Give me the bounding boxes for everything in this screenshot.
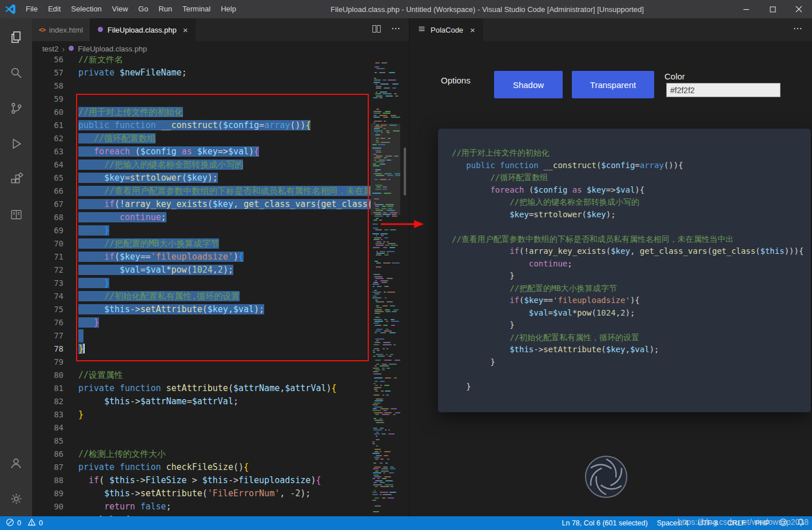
code-line[interactable]: 69 }	[32, 224, 371, 237]
code-line[interactable]: 62 //循环配置数组	[32, 132, 371, 145]
cursor-position[interactable]: Ln 78, Col 6 (601 selected)	[562, 519, 648, 527]
more-actions-icon[interactable]	[391, 23, 401, 36]
code-line[interactable]: 86//检测上传的文件大小	[32, 448, 371, 461]
search-icon[interactable]	[0, 55, 32, 90]
minimize-button[interactable]	[733, 0, 759, 18]
minimap-line	[380, 459, 384, 460]
polacode-shutter-button[interactable]	[584, 455, 628, 501]
minimap-line	[391, 321, 399, 322]
minimap-line	[373, 282, 378, 283]
code-line[interactable]: 89 $this->setAttribute('FileErrorNum', -…	[32, 487, 371, 500]
code-line[interactable]: 67 if(!array_key_exists($key, get_class_…	[32, 198, 371, 211]
minimap-line	[387, 253, 388, 254]
code-line[interactable]: 90 return false;	[32, 500, 371, 513]
code-line[interactable]: 73 }	[32, 277, 371, 290]
shadow-button[interactable]: Shadow	[494, 71, 563, 98]
code-line[interactable]: 66 //查看用户配置参数中数组的下标是否和成员私有属性名相同，未在属性当中	[32, 185, 371, 198]
line-number: 75	[32, 303, 78, 316]
tab-index-html[interactable]: <>index.html	[32, 18, 90, 41]
preview-icon[interactable]	[0, 197, 32, 232]
code-line[interactable]: 83}	[32, 408, 371, 421]
menu-selection[interactable]: Selection	[66, 0, 106, 18]
code-line[interactable]: 58	[32, 79, 371, 93]
problems-indicator[interactable]: 0 0	[6, 518, 43, 528]
menu-help[interactable]: Help	[216, 0, 241, 18]
color-input[interactable]	[666, 83, 781, 97]
panel-more-actions-icon[interactable]	[793, 23, 812, 36]
accounts-icon[interactable]	[0, 445, 32, 481]
code-line[interactable]: 79	[32, 356, 371, 369]
code-line[interactable]: 70 //把配置的MB大小换算成字节	[32, 237, 371, 250]
php-file-icon	[97, 26, 104, 34]
minimap-line	[392, 262, 400, 264]
code-line[interactable]: 68 continue;	[32, 211, 371, 224]
minimap-line	[373, 164, 376, 165]
code-line[interactable]: 75 $this->setAttribute($key,$val);	[32, 303, 371, 316]
explorer-icon[interactable]	[0, 19, 32, 55]
minimap-line	[387, 132, 390, 133]
minimap-line	[395, 95, 399, 97]
line-content	[78, 421, 371, 435]
menu-terminal[interactable]: Terminal	[177, 0, 216, 18]
code-line[interactable]: 61public function __construct($config=ar…	[32, 119, 371, 132]
minimap-line	[375, 83, 377, 85]
source-control-icon[interactable]	[0, 90, 32, 126]
activity-bar	[0, 18, 32, 516]
code-line[interactable]: 87private function checkFileSize(){	[32, 461, 371, 474]
minimap-line	[375, 480, 383, 481]
close-button[interactable]	[786, 0, 812, 18]
minimap-line	[378, 144, 385, 145]
panel-close-icon[interactable]: ×	[470, 25, 475, 35]
scrollbar-thumb[interactable]	[404, 148, 406, 196]
code-line[interactable]: 77	[32, 329, 371, 342]
code-line[interactable]: 56//新文件名	[32, 56, 371, 66]
editor-scrollbar[interactable]	[400, 56, 409, 516]
code-line[interactable]: 65 $key=strtolower($key);	[32, 172, 371, 185]
code-line[interactable]: 80//设置属性	[32, 369, 371, 382]
code-line[interactable]: 64 //把输入的键名称全部转换成小写的	[32, 158, 371, 172]
code-line[interactable]: 88 if( $this->FileSize > $this->fileuplo…	[32, 474, 371, 487]
minimap[interactable]	[371, 56, 400, 516]
code-line[interactable]: 82 $this->$attrName=$attrVal;	[32, 395, 371, 408]
code-line[interactable]: 76 }	[32, 316, 371, 329]
menu-view[interactable]: View	[107, 0, 133, 18]
minimap-line	[375, 332, 377, 333]
tab-polacode[interactable]: PolaCode ×	[409, 18, 483, 41]
code-line[interactable]: 81private function setAttribute($attrNam…	[32, 382, 371, 395]
code-line[interactable]: 84	[32, 421, 371, 435]
breadcrumb-item[interactable]: test2	[42, 45, 58, 53]
code-line[interactable]: 57private $newFileName;	[32, 66, 371, 79]
tab-fileupload-class-php[interactable]: FileUpload.class.php×	[90, 18, 195, 41]
code-line[interactable]: 85	[32, 435, 371, 448]
editor[interactable]: 56//新文件名57private $newFileName;585960//用…	[32, 56, 409, 516]
menu-bar: FileEditSelectionViewGoRunTerminalHelp	[21, 0, 241, 18]
menu-go[interactable]: Go	[133, 0, 153, 18]
split-editor-icon[interactable]	[371, 23, 382, 37]
code-line[interactable]: 60//用于对上传文件的初始化	[32, 106, 371, 119]
minimap-line	[373, 322, 379, 324]
minimap-line	[376, 305, 379, 306]
code-line[interactable]: 78}	[32, 342, 371, 356]
code-line[interactable]: 72 $val=$val*pow(1024,2);	[32, 264, 371, 277]
run-and-debug-icon[interactable]	[0, 126, 32, 161]
code-line[interactable]: 74 //初始化配置私有属性,循环的设置	[32, 290, 371, 303]
window-title: FileUpload.class.php - Untitled (Workspa…	[241, 5, 733, 14]
minimap-line	[392, 87, 396, 89]
menu-run[interactable]: Run	[153, 0, 177, 18]
tab-close-icon[interactable]: ×	[183, 25, 188, 35]
minimap-line	[386, 354, 388, 355]
maximize-button[interactable]	[759, 0, 786, 18]
minimap-line	[384, 173, 392, 174]
extensions-icon[interactable]	[0, 161, 32, 197]
transparent-button[interactable]: Transparent	[572, 71, 654, 98]
minimap-line	[380, 164, 385, 165]
code-line[interactable]: 71 if($key=='fileuploadsize'){	[32, 250, 371, 264]
minimap-line	[391, 408, 397, 409]
breadcrumb-item[interactable]: FileUpload.class.php	[78, 45, 147, 53]
menu-edit[interactable]: Edit	[43, 0, 66, 18]
code-line[interactable]: 59	[32, 93, 371, 106]
menu-file[interactable]: File	[21, 0, 43, 18]
panel-tab-label: PolaCode	[431, 26, 463, 34]
code-line[interactable]: 63 foreach ($config as $key=>$val){	[32, 145, 371, 158]
settings-icon[interactable]	[0, 481, 32, 516]
